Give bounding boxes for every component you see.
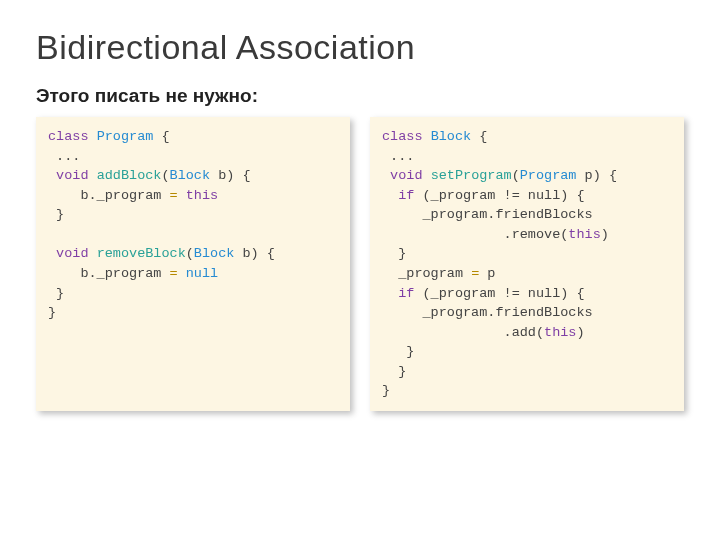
cond: (_program != null) (423, 286, 569, 301)
expr: .add( (504, 325, 545, 340)
code-box-right: class Block { ... void setProgram(Progra… (370, 117, 684, 411)
op-eq: = (471, 266, 479, 281)
lhs: b._program (80, 188, 161, 203)
kw-void: void (56, 168, 88, 183)
class-name: Block (431, 129, 472, 144)
kw-this: this (568, 227, 600, 242)
kw-class: class (48, 129, 89, 144)
kw-class: class (382, 129, 423, 144)
expr: _program.friendBlocks (423, 207, 593, 222)
param-type: Block (170, 168, 211, 183)
kw-this: this (544, 325, 576, 340)
kw-this: this (186, 188, 218, 203)
dots: ... (390, 149, 414, 164)
lhs: b._program (80, 266, 161, 281)
param-name: p (585, 168, 593, 183)
kw-if: if (398, 286, 414, 301)
expr-end: ) (576, 325, 584, 340)
kw-void: void (56, 246, 88, 261)
method-removeBlock: removeBlock (97, 246, 186, 261)
op-eq: = (170, 266, 178, 281)
slide: Bidirectional Association Этого писать н… (0, 0, 720, 540)
subtitle: Этого писать не нужно: (36, 85, 684, 107)
rhs: p (487, 266, 495, 281)
kw-null: null (186, 266, 218, 281)
method-addBlock: addBlock (97, 168, 162, 183)
op-eq: = (170, 188, 178, 203)
expr: _program.friendBlocks (423, 305, 593, 320)
expr-end: ) (601, 227, 609, 242)
code-row: class Program { ... void addBlock(Block … (36, 117, 684, 411)
param-type: Program (520, 168, 577, 183)
lhs: _program (398, 266, 463, 281)
code-box-left: class Program { ... void addBlock(Block … (36, 117, 350, 411)
param-name: b (242, 246, 250, 261)
dots: ... (56, 149, 80, 164)
class-name: Program (97, 129, 154, 144)
param-name: b (218, 168, 226, 183)
param-type: Block (194, 246, 235, 261)
cond: (_program != null) (423, 188, 569, 203)
expr: .remove( (504, 227, 569, 242)
kw-if: if (398, 188, 414, 203)
kw-void: void (390, 168, 422, 183)
method-setProgram: setProgram (431, 168, 512, 183)
page-title: Bidirectional Association (36, 28, 684, 67)
